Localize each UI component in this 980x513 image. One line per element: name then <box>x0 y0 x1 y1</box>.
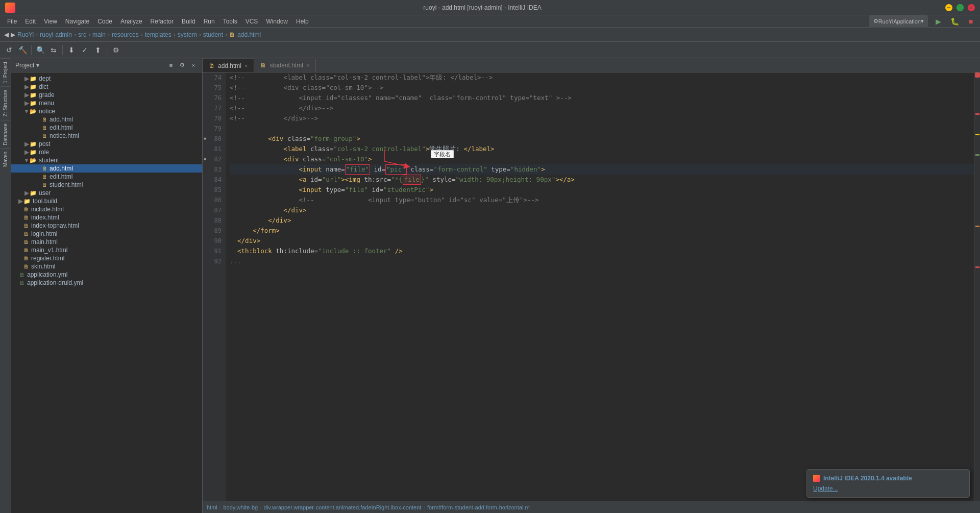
stop-button[interactable]: ■ <box>965 15 977 28</box>
file-icon-druidyml: 🗎 <box>19 280 25 286</box>
project-panel: Project ▾ ≡ ⚙ × ▶ 📁 dept ▶ 📁 dict <box>11 58 203 513</box>
menu-analyze[interactable]: Analyze <box>116 17 146 26</box>
nav-back-icon[interactable]: ◀ <box>4 31 9 38</box>
breadcrumb-student[interactable]: student <box>203 31 223 38</box>
settings-project-button[interactable]: ⚙ <box>178 61 187 70</box>
tab-student-html[interactable]: 🗎 student.html × <box>254 59 316 72</box>
settings-button[interactable]: ⚙ <box>110 44 122 56</box>
run-button[interactable]: ▶ <box>932 15 944 28</box>
tree-item-notice-html[interactable]: 🗎 notice.html <box>11 132 202 140</box>
replace-button[interactable]: ⇆ <box>47 44 60 56</box>
tree-item-notice-add[interactable]: 🗎 add.html <box>11 115 202 124</box>
bc-div[interactable]: div.wrapper.wrapper-content.animated.fad… <box>264 504 422 510</box>
breadcrumb-main[interactable]: main <box>92 31 106 38</box>
bc-html[interactable]: html <box>207 504 217 510</box>
breadcrumb-project[interactable]: RuoYi <box>17 31 34 38</box>
menu-window[interactable]: Window <box>262 17 292 26</box>
code-content[interactable]: 74 75 76 77 78 79 ◆ 80 81 ◆ 82 83 <box>203 72 980 501</box>
collapse-all-button[interactable]: ≡ <box>166 61 176 70</box>
tree-item-register[interactable]: 🗎 register.html <box>11 254 202 262</box>
expand-arrow-post: ▶ <box>23 140 30 148</box>
breadcrumb-src[interactable]: src <box>78 31 86 38</box>
file-icon-login: 🗎 <box>23 231 29 237</box>
tree-label-toolbuild: tool.build <box>33 198 57 205</box>
menu-vcs[interactable]: VCS <box>241 17 262 26</box>
notification-header: IntelliJ IDEA 2020.1.4 available <box>813 475 963 482</box>
toolbar-separator-1 <box>31 45 32 55</box>
tab-close-student[interactable]: × <box>306 62 309 68</box>
bc-form[interactable]: form#form-student-add.form-horizontal.m <box>427 504 530 510</box>
tree-item-menu[interactable]: ▶ 📁 menu <box>11 99 202 107</box>
vcs-commit-button[interactable]: ✓ <box>79 44 91 56</box>
menu-code[interactable]: Code <box>93 17 116 26</box>
file-icon-student-html: 🗎 <box>42 182 47 188</box>
breadcrumb-file[interactable]: add.html <box>237 31 261 38</box>
breadcrumb-templates[interactable]: templates <box>145 31 172 38</box>
tree-item-skin[interactable]: 🗎 skin.html <box>11 262 202 271</box>
rerun-button[interactable]: ↺ <box>3 44 15 56</box>
tree-item-indextopnav[interactable]: 🗎 index-topnav.html <box>11 222 202 230</box>
tree-label-indextopnav: index-topnav.html <box>31 222 79 229</box>
tree-item-student-add[interactable]: 🗎 add.html <box>11 164 202 173</box>
maximize-button[interactable]: □ <box>957 4 964 11</box>
tree-item-role[interactable]: ▶ 📁 role <box>11 148 202 156</box>
menu-view[interactable]: View <box>40 17 61 26</box>
code-line-80: <div class= "form-group" > <box>230 134 974 144</box>
project-tree: ▶ 📁 dept ▶ 📁 dict ▶ 📁 grade ▶ <box>11 72 202 513</box>
side-tab-structure[interactable]: Z: Structure <box>1 86 10 119</box>
tree-item-dept[interactable]: ▶ 📁 dept <box>11 75 202 83</box>
tab-close-add[interactable]: × <box>244 63 248 69</box>
bc-body[interactable]: body.white-bg <box>223 504 258 510</box>
minimize-button[interactable]: ─ <box>945 4 952 11</box>
menu-tools[interactable]: Tools <box>219 17 241 26</box>
vcs-update-button[interactable]: ⬇ <box>65 44 78 56</box>
menu-help[interactable]: Help <box>292 17 313 26</box>
line-num-75: 75 <box>203 83 226 93</box>
breadcrumb-module[interactable]: ruoyi-admin <box>40 31 72 38</box>
side-tab-project[interactable]: 1: Project <box>1 58 10 86</box>
tree-item-student-html[interactable]: 🗎 student.html <box>11 181 202 189</box>
find-button[interactable]: 🔍 <box>34 44 46 56</box>
tree-item-post[interactable]: ▶ 📁 post <box>11 140 202 148</box>
close-panel-button[interactable]: × <box>189 61 198 70</box>
tree-item-toolbuild[interactable]: ▶ 📁 tool.build <box>11 197 202 205</box>
tree-item-student[interactable]: ▼ 📂 student <box>11 156 202 164</box>
tree-item-notice-edit[interactable]: 🗎 edit.html <box>11 124 202 132</box>
menu-build[interactable]: Build <box>178 17 200 26</box>
tree-item-druididyml[interactable]: 🗎 application-druid.yml <box>11 279 202 287</box>
notification-update-link[interactable]: Update... <box>813 485 838 492</box>
menu-edit[interactable]: Edit <box>21 17 40 26</box>
expand-arrow-dept: ▶ <box>23 75 30 82</box>
run-config-selector[interactable]: ⚙ RuoYiApplication ▾ <box>869 15 928 28</box>
side-tab-database[interactable]: Database <box>1 120 10 149</box>
line-num-84: 84 <box>203 175 226 185</box>
toolbar-separator-2 <box>62 45 63 55</box>
tree-item-mainv1[interactable]: 🗎 main_v1.html <box>11 246 202 254</box>
close-button[interactable]: ✕ <box>968 4 975 11</box>
menu-file[interactable]: File <box>3 17 21 26</box>
expand-arrow-student: ▼ <box>23 157 30 164</box>
tree-item-student-edit[interactable]: 🗎 edit.html <box>11 173 202 181</box>
tree-item-login[interactable]: 🗎 login.html <box>11 230 202 238</box>
tree-item-user[interactable]: ▶ 📁 user <box>11 189 202 197</box>
menu-navigate[interactable]: Navigate <box>61 17 93 26</box>
tree-item-appyml[interactable]: 🗎 application.yml <box>11 271 202 279</box>
file-icon-indextopnav: 🗎 <box>23 223 29 229</box>
breadcrumb-system[interactable]: system <box>178 31 197 38</box>
tree-item-dict[interactable]: ▶ 📁 dict <box>11 83 202 91</box>
menu-run[interactable]: Run <box>200 17 219 26</box>
tree-item-index[interactable]: 🗎 index.html <box>11 213 202 222</box>
debug-button[interactable]: 🐛 <box>948 15 961 28</box>
tree-item-grade[interactable]: ▶ 📁 grade <box>11 91 202 99</box>
tree-item-include[interactable]: 🗎 include.html <box>11 205 202 213</box>
nav-forward-icon[interactable]: ▶ <box>11 31 15 38</box>
tab-add-html[interactable]: 🗎 add.html × <box>203 59 254 72</box>
tree-label-student-html: student.html <box>50 181 83 188</box>
tree-item-notice[interactable]: ▼ 📂 notice <box>11 107 202 115</box>
build-button[interactable]: 🔨 <box>16 44 29 56</box>
breadcrumb-resources[interactable]: resources <box>112 31 139 38</box>
side-tab-maven[interactable]: Maven <box>1 148 10 170</box>
tree-item-main[interactable]: 🗎 main.html <box>11 238 202 246</box>
vcs-push-button[interactable]: ⬆ <box>92 44 104 56</box>
menu-refactor[interactable]: Refactor <box>146 17 178 26</box>
